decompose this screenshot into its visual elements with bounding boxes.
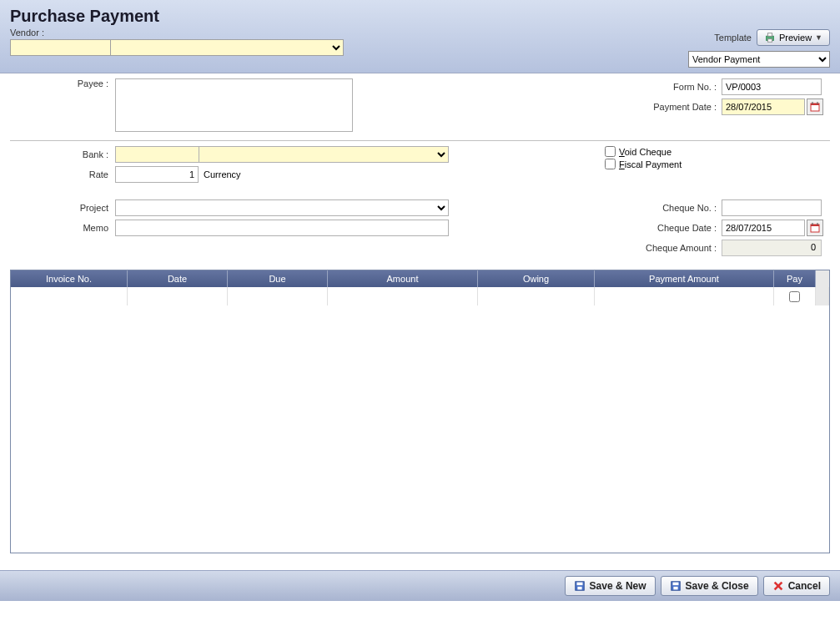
col-invoice[interactable]: Invoice No. [11, 270, 128, 287]
chequeamt-label: Cheque Amount : [580, 243, 722, 253]
project-select[interactable] [115, 199, 449, 216]
formno-input[interactable] [722, 78, 822, 95]
print-icon [764, 32, 776, 43]
bank-code-input[interactable] [115, 146, 199, 163]
cancel-button[interactable]: Cancel [763, 576, 830, 596]
calendar-icon [810, 102, 820, 112]
cancel-icon [772, 580, 784, 592]
cell-owing[interactable] [478, 287, 595, 305]
grid-header: Invoice No. Date Due Amount Owing Paymen… [11, 270, 829, 287]
svg-rect-13 [577, 587, 581, 590]
formno-label: Form No. : [580, 82, 722, 92]
project-label: Project [10, 203, 115, 213]
cell-pay[interactable] [774, 287, 816, 305]
col-payment-amount[interactable]: Payment Amount [595, 270, 774, 287]
save-close-button[interactable]: Save & Close [661, 576, 758, 596]
svg-rect-16 [673, 587, 677, 590]
fiscal-payment-label: Fiscal Payment [619, 159, 682, 169]
svg-rect-12 [576, 583, 582, 586]
form-area: Payee : Form No. : Payment Date : [0, 73, 840, 266]
col-date[interactable]: Date [128, 270, 228, 287]
scrollbar-gutter [816, 270, 829, 287]
dropdown-arrow-icon: ▼ [815, 33, 822, 42]
bank-label: Bank : [10, 149, 115, 159]
save-icon [670, 580, 682, 592]
chequeamt-value: 0 [722, 240, 822, 256]
preview-button-label: Preview [779, 33, 812, 43]
col-amount[interactable]: Amount [328, 270, 478, 287]
svg-rect-1 [767, 33, 772, 37]
template-select[interactable]: Vendor Payment [688, 51, 830, 68]
cell-payment-amount[interactable] [595, 287, 774, 305]
save-icon [574, 580, 586, 592]
page-title: Purchase Payment [10, 7, 830, 26]
chequedate-calendar-button[interactable] [807, 220, 823, 236]
rate-input[interactable] [115, 166, 199, 183]
vendor-name-select[interactable] [110, 39, 344, 56]
paymentdate-label: Payment Date : [580, 102, 722, 112]
paymentdate-calendar-button[interactable] [807, 98, 823, 115]
chequedate-label: Cheque Date : [580, 223, 722, 233]
chequeno-label: Cheque No. : [580, 203, 722, 213]
cancel-label: Cancel [788, 580, 821, 592]
col-due[interactable]: Due [228, 270, 328, 287]
payee-label: Payee : [10, 78, 115, 88]
vendor-code-input[interactable] [10, 39, 110, 56]
header-bar: Purchase Payment Vendor : Template Previ… [0, 0, 840, 73]
pay-checkbox[interactable] [789, 291, 800, 302]
save-new-label: Save & New [590, 580, 646, 592]
col-owing[interactable]: Owing [478, 270, 595, 287]
svg-rect-2 [767, 39, 772, 43]
cell-amount[interactable] [328, 287, 478, 305]
rate-label: Rate [10, 169, 115, 179]
chequedate-input[interactable] [722, 220, 805, 236]
memo-input[interactable] [115, 220, 449, 236]
chequeno-input[interactable] [722, 199, 822, 216]
cell-invoice[interactable] [11, 287, 128, 305]
bank-name-select[interactable] [199, 146, 449, 163]
vendor-label: Vendor : [10, 28, 688, 38]
divider [10, 140, 830, 141]
fiscal-payment-checkbox[interactable] [605, 159, 616, 169]
svg-rect-15 [672, 583, 678, 586]
calendar-icon [810, 223, 820, 233]
cell-date[interactable] [128, 287, 228, 305]
currency-label: Currency [199, 169, 241, 179]
invoice-grid: Invoice No. Date Due Amount Owing Paymen… [10, 270, 830, 553]
void-cheque-checkbox[interactable] [605, 146, 616, 157]
payee-input[interactable] [115, 78, 353, 132]
preview-button[interactable]: Preview ▼ [757, 29, 830, 46]
void-cheque-label: Void Cheque [619, 147, 671, 157]
save-close-label: Save & Close [686, 580, 749, 592]
save-new-button[interactable]: Save & New [565, 576, 656, 596]
memo-label: Memo [10, 223, 115, 233]
table-row[interactable] [11, 287, 829, 305]
template-label: Template [714, 33, 752, 43]
cell-due[interactable] [228, 287, 328, 305]
scrollbar[interactable] [816, 287, 829, 305]
paymentdate-input[interactable] [722, 98, 805, 115]
col-pay[interactable]: Pay [774, 270, 816, 287]
footer-bar: Save & New Save & Close Cancel [0, 570, 840, 601]
